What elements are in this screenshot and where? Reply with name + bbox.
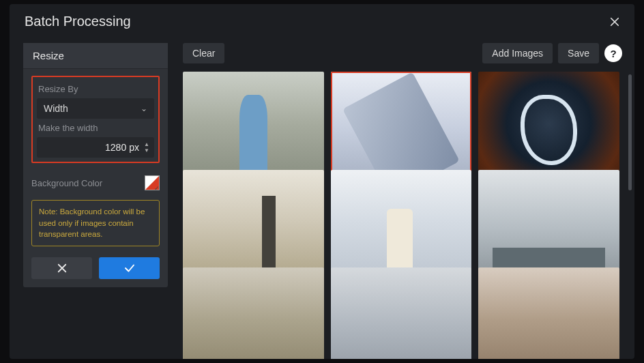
cancel-icon — [56, 262, 68, 274]
width-value: 1280 — [105, 142, 126, 153]
resize-highlighted-block: Resize By Width ⌄ Make the width 1280 px… — [31, 76, 160, 163]
stepper-up-icon[interactable]: ▲ — [143, 142, 150, 147]
thumbnail-placeholder — [239, 95, 267, 173]
make-width-label: Make the width — [34, 123, 157, 136]
cancel-button[interactable] — [31, 257, 92, 279]
chevron-down-icon: ⌄ — [141, 104, 147, 113]
clear-button[interactable]: Clear — [183, 43, 224, 63]
image-tile[interactable] — [478, 267, 619, 359]
confirm-button[interactable] — [99, 257, 160, 279]
resize-panel-title: Resize — [23, 43, 168, 69]
width-stepper[interactable]: ▲ ▼ — [143, 142, 150, 154]
resize-by-value: Width — [44, 103, 68, 114]
resize-form: Resize By Width ⌄ Make the width 1280 px… — [23, 76, 168, 163]
save-button[interactable]: Save — [558, 43, 599, 63]
resize-panel: Resize Resize By Width ⌄ Make the width … — [23, 43, 168, 287]
width-unit: px — [129, 142, 139, 153]
sidebar: Resize Resize By Width ⌄ Make the width … — [10, 36, 176, 359]
batch-processing-modal: Batch Processing Resize Resize By Width … — [10, 4, 634, 359]
resize-by-select[interactable]: Width ⌄ — [37, 98, 154, 119]
image-tile[interactable] — [183, 267, 324, 359]
modal-header: Batch Processing — [10, 4, 634, 36]
modal-title: Batch Processing — [25, 14, 131, 29]
close-icon — [609, 16, 621, 28]
scrollbar-thumb[interactable] — [628, 74, 632, 190]
check-icon — [123, 262, 136, 274]
bg-color-note: Note: Background color will be used only… — [31, 200, 160, 246]
modal-body: Resize Resize By Width ⌄ Make the width … — [10, 36, 634, 359]
resize-by-label: Resize By — [34, 84, 157, 97]
bg-color-swatch[interactable] — [145, 175, 160, 190]
bg-color-label: Background Color — [31, 178, 102, 188]
thumbnail-placeholder — [387, 209, 412, 274]
stepper-down-icon[interactable]: ▼ — [143, 148, 150, 154]
panel-button-row — [23, 246, 168, 279]
width-input[interactable]: 1280 px ▲ ▼ — [37, 137, 154, 158]
help-button[interactable]: ? — [604, 44, 622, 62]
image-tile[interactable] — [331, 267, 472, 359]
add-images-button[interactable]: Add Images — [482, 43, 553, 63]
bg-color-row: Background Color — [23, 170, 168, 190]
content-area: Clear Add Images Save ? 2729 x 2729 → 12… — [176, 36, 634, 359]
content-toolbar: Clear Add Images Save ? — [183, 43, 622, 63]
thumbnail-placeholder — [521, 95, 577, 165]
image-grid: 2729 x 2729 → 1280 x 12802725 x 2725 → 1… — [183, 72, 622, 359]
thumbnail-placeholder — [262, 196, 276, 274]
close-button[interactable] — [607, 14, 622, 29]
